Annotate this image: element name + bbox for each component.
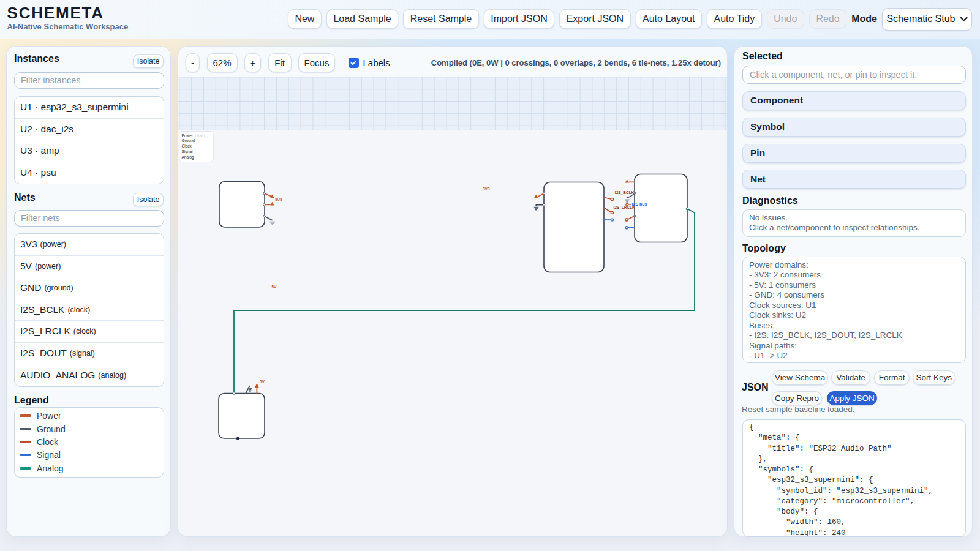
svg-text:5V: 5V xyxy=(272,284,277,288)
svg-text:I2S_BCLK: I2S_BCLK xyxy=(615,190,635,195)
svg-text:5V: 5V xyxy=(260,379,265,383)
svg-text:I2S_LRCLK: I2S_LRCLK xyxy=(613,205,635,209)
svg-text:3V3: 3V3 xyxy=(275,197,282,201)
svg-text:3V3: 3V3 xyxy=(483,187,490,191)
